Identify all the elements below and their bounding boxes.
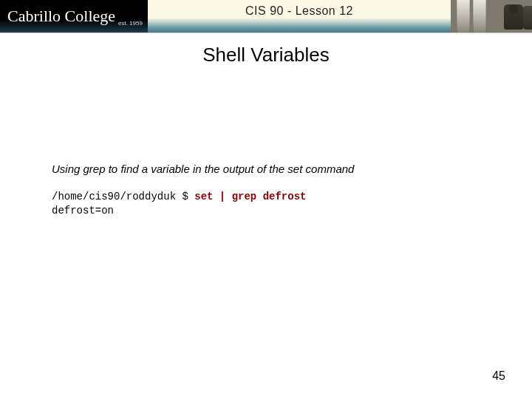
slide-content: Using grep to find a variable in the out… [0,163,532,218]
terminal-block: /home/cis90/roddyduk $ set | grep defros… [52,190,480,218]
slide-title: Shell Variables [0,44,532,66]
logo-established: est. 1959 [118,20,143,27]
college-logo: Cabrillo College est. 1959 [0,0,148,33]
terminal-command: set | grep defrost [194,191,306,202]
course-label: CIS 90 - Lesson 12 [245,4,353,18]
terminal-prompt: /home/cis90/roddyduk $ [52,191,194,202]
header-center: CIS 90 - Lesson 12 [148,0,451,33]
terminal-output: defrost=on [52,205,114,216]
page-number: 45 [492,369,505,383]
logo-text: Cabrillo College [7,8,115,24]
photo-figure-icon [504,4,523,30]
header-banner: Cabrillo College est. 1959 CIS 90 - Less… [0,0,532,33]
slide-caption: Using grep to find a variable in the out… [52,163,480,175]
header-photo [451,0,532,33]
